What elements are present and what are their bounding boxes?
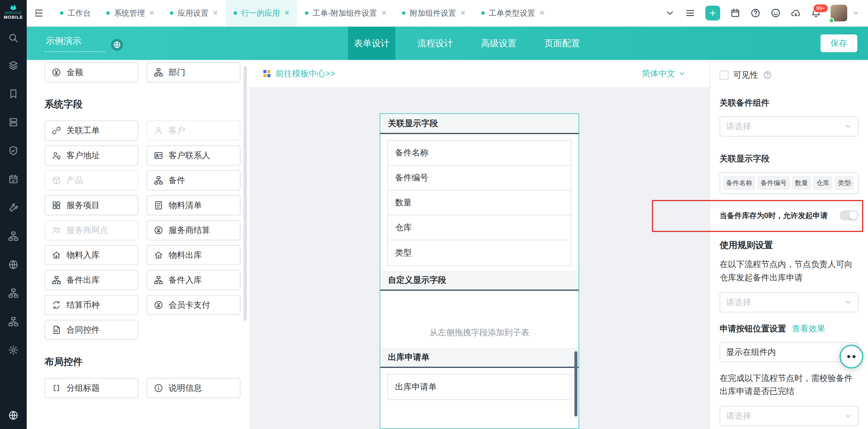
field-tag[interactable]: 备件编号 <box>757 176 789 190</box>
view-effect-link[interactable]: 查看效果 <box>792 323 825 334</box>
search-icon[interactable] <box>7 31 20 44</box>
field-物料出库[interactable]: 物料出库 <box>147 245 241 265</box>
page-tab[interactable]: 应用设置✕ <box>162 0 226 26</box>
form-field-row[interactable]: 仓库 <box>388 216 571 240</box>
page-tab[interactable]: 附加组件设置✕ <box>394 0 473 26</box>
field-备件[interactable]: 备件 <box>147 170 241 191</box>
designer-tab-页面配置[interactable]: 页面配置 <box>538 27 586 60</box>
box-icon <box>52 176 61 185</box>
field-tag[interactable]: 备件名称 <box>723 176 755 190</box>
user-avatar[interactable] <box>831 5 847 21</box>
button-position-select[interactable]: 显示在组件内 <box>720 342 859 362</box>
designer-tab-流程设计[interactable]: 流程设计 <box>411 27 459 60</box>
field-label: 分组标题 <box>66 383 100 394</box>
close-tab-icon[interactable]: ✕ <box>381 10 386 16</box>
add-button[interactable] <box>705 6 720 21</box>
empty-dropzone: 从左侧拖拽字段添加到子表 <box>380 291 579 348</box>
field-服务项目[interactable]: 服务项目 <box>44 195 138 216</box>
field-分组标题[interactable]: 分组标题 <box>44 378 138 398</box>
field-备件出库[interactable]: 备件出库 <box>44 270 138 290</box>
field-label: 物料清单 <box>168 200 202 211</box>
card-scrollbar[interactable] <box>575 351 578 417</box>
security-icon[interactable] <box>7 144 20 157</box>
form-field-row[interactable]: 出库申请单 <box>388 374 571 399</box>
field-备件入库[interactable]: 备件入库 <box>147 270 241 290</box>
customer-service-icon[interactable] <box>771 8 781 18</box>
modules-icon[interactable] <box>7 59 20 72</box>
project-title-edit[interactable]: 示例演示 <box>44 35 105 52</box>
usage-rules-select[interactable]: 请选择 <box>720 292 859 312</box>
field-客户地址[interactable]: 客户地址 <box>44 145 138 166</box>
field-合同控件[interactable]: 合同控件 <box>44 320 138 340</box>
save-button[interactable]: 保存 <box>820 34 857 52</box>
org-icon[interactable] <box>7 230 20 243</box>
calendar-icon[interactable] <box>730 8 740 18</box>
collapse-tabs-icon[interactable] <box>665 8 675 18</box>
more-actions-button[interactable] <box>839 345 863 368</box>
designer-tab-表单设计[interactable]: 表单设计 <box>348 27 395 60</box>
assets-icon[interactable] <box>7 116 20 129</box>
collapse-sidebar-icon[interactable] <box>34 8 44 18</box>
menu-icon[interactable] <box>685 8 695 18</box>
zero-stock-toggle[interactable] <box>839 210 859 221</box>
app-logo[interactable]: SERVICE MOBILE <box>0 0 27 22</box>
workflow-icon[interactable] <box>7 287 20 300</box>
related-component-select[interactable]: 请选择 <box>720 116 859 136</box>
structure-icon[interactable] <box>7 315 20 328</box>
close-tab-icon[interactable]: ✕ <box>460 10 465 16</box>
notifications-icon[interactable]: 99+ <box>811 8 821 18</box>
subform-component[interactable]: 关联显示字段备件名称备件编号数量仓库类型自定义显示字段从左侧拖拽字段添加到子表出… <box>380 113 579 429</box>
field-结算币种[interactable]: 结算币种 <box>44 295 138 315</box>
close-tab-icon[interactable]: ✕ <box>284 10 289 16</box>
close-tab-icon[interactable]: ✕ <box>149 10 154 16</box>
field-客户联系人[interactable]: 客户联系人 <box>147 145 241 166</box>
form-field-row[interactable]: 类型 <box>388 240 571 265</box>
panel-scrollbar[interactable] <box>243 66 247 321</box>
visibility-checkbox[interactable] <box>720 71 728 79</box>
chevron-down-icon <box>846 180 854 188</box>
designer-tab-高级设置[interactable]: 高级设置 <box>475 27 523 60</box>
sitemap-icon <box>52 275 61 285</box>
page-tab[interactable]: 工作台 <box>52 0 98 26</box>
close-tab-icon[interactable]: ✕ <box>213 10 218 16</box>
field-label: 结算币种 <box>66 299 100 310</box>
field-说明信息[interactable]: 说明信息 <box>147 378 241 398</box>
field-部门[interactable]: 部门 <box>147 62 241 82</box>
form-field-row[interactable]: 备件编号 <box>388 166 571 191</box>
field-物料入库[interactable]: 物料入库 <box>44 245 138 265</box>
page-tab[interactable]: 系统管理✕ <box>98 0 162 26</box>
field-library-panel: 金额部门 系统字段关联工单客户客户地址客户联系人产品备件服务项目物料清单服务商网… <box>27 60 249 429</box>
knowledge-icon[interactable] <box>7 87 20 100</box>
template-center-link[interactable]: 前往模板中心>> <box>262 68 335 79</box>
form-section-header[interactable]: 关联显示字段 <box>380 114 579 134</box>
display-fields-select[interactable]: 备件名称备件编号数量仓库类型 <box>720 172 859 194</box>
field-tag[interactable]: 仓库 <box>813 176 832 190</box>
help-icon[interactable] <box>750 8 761 18</box>
form-field-row[interactable]: 数量 <box>388 191 571 216</box>
page-tab[interactable]: 工单类型设置✕ <box>473 0 553 26</box>
schedule-icon[interactable] <box>7 173 20 186</box>
field-服务商结算[interactable]: 服务商结算 <box>147 220 241 240</box>
language-globe-icon[interactable] <box>111 39 123 51</box>
field-会员卡支付[interactable]: 会员卡支付 <box>147 295 241 315</box>
download-icon[interactable] <box>791 8 801 18</box>
field-物料清单[interactable]: 物料清单 <box>147 195 241 216</box>
page-tab[interactable]: 行一的应用✕ <box>226 0 297 26</box>
field-tag[interactable]: 数量 <box>792 176 811 190</box>
field-金额[interactable]: 金额 <box>44 62 138 82</box>
globe-icon[interactable] <box>7 409 20 422</box>
language-select[interactable]: 简体中文 <box>642 68 686 79</box>
section-title: 系统字段 <box>44 98 249 111</box>
page-tab[interactable]: 工单-附加组件设置✕ <box>297 0 394 26</box>
tools-icon[interactable] <box>7 201 20 214</box>
form-field-row[interactable]: 备件名称 <box>388 141 571 166</box>
settings-icon[interactable] <box>7 343 20 357</box>
help-icon[interactable] <box>763 71 772 79</box>
account-menu-chevron-icon[interactable] <box>852 9 860 17</box>
validation-select[interactable]: 请选择 <box>720 406 859 426</box>
network-icon[interactable] <box>7 258 20 271</box>
form-section-header[interactable]: 自定义显示字段 <box>380 271 579 291</box>
field-关联工单[interactable]: 关联工单 <box>44 121 138 141</box>
close-tab-icon[interactable]: ✕ <box>539 10 545 16</box>
form-section-header[interactable]: 出库申请单 <box>380 348 579 368</box>
